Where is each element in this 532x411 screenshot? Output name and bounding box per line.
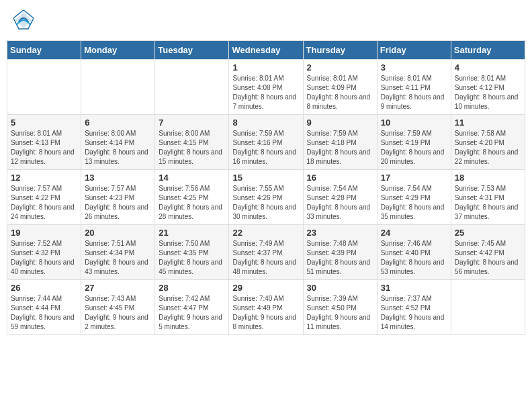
day-info: Sunrise: 7:39 AM Sunset: 4:50 PM Dayligh… <box>307 294 373 332</box>
day-info: Sunrise: 7:57 AM Sunset: 4:22 PM Dayligh… <box>11 184 77 222</box>
day-info: Sunrise: 7:50 AM Sunset: 4:35 PM Dayligh… <box>159 239 225 277</box>
day-number: 19 <box>11 228 77 238</box>
day-cell: 12Sunrise: 7:57 AM Sunset: 4:22 PM Dayli… <box>7 170 81 225</box>
day-cell: 11Sunrise: 7:58 AM Sunset: 4:20 PM Dayli… <box>451 115 525 170</box>
logo <box>13 10 36 30</box>
day-number: 13 <box>85 173 151 183</box>
day-cell: 28Sunrise: 7:42 AM Sunset: 4:47 PM Dayli… <box>155 280 229 335</box>
day-cell: 26Sunrise: 7:44 AM Sunset: 4:44 PM Dayli… <box>7 280 81 335</box>
day-number: 26 <box>11 283 77 293</box>
day-number: 27 <box>85 283 151 293</box>
day-cell: 20Sunrise: 7:51 AM Sunset: 4:34 PM Dayli… <box>81 225 155 280</box>
day-info: Sunrise: 7:54 AM Sunset: 4:28 PM Dayligh… <box>307 184 373 222</box>
day-info: Sunrise: 8:01 AM Sunset: 4:11 PM Dayligh… <box>381 74 447 111</box>
day-number: 7 <box>159 118 225 128</box>
day-number: 21 <box>159 228 225 238</box>
day-info: Sunrise: 7:55 AM Sunset: 4:26 PM Dayligh… <box>232 184 299 222</box>
day-cell: 13Sunrise: 7:57 AM Sunset: 4:23 PM Dayli… <box>81 170 155 225</box>
day-cell: 1Sunrise: 8:01 AM Sunset: 4:08 PM Daylig… <box>229 60 303 115</box>
day-info: Sunrise: 8:00 AM Sunset: 4:15 PM Dayligh… <box>159 129 225 167</box>
day-cell: 7Sunrise: 8:00 AM Sunset: 4:15 PM Daylig… <box>155 115 229 170</box>
day-info: Sunrise: 7:56 AM Sunset: 4:25 PM Dayligh… <box>159 184 225 222</box>
day-number: 16 <box>307 173 373 183</box>
day-cell: 15Sunrise: 7:55 AM Sunset: 4:26 PM Dayli… <box>229 170 303 225</box>
day-info: Sunrise: 7:59 AM Sunset: 4:16 PM Dayligh… <box>232 129 299 167</box>
day-cell: 9Sunrise: 7:59 AM Sunset: 4:18 PM Daylig… <box>303 115 377 170</box>
weekday-header-tuesday: Tuesday <box>155 41 229 60</box>
day-number: 25 <box>455 228 521 238</box>
day-info: Sunrise: 7:48 AM Sunset: 4:39 PM Dayligh… <box>307 239 373 277</box>
day-cell: 31Sunrise: 7:37 AM Sunset: 4:52 PM Dayli… <box>377 280 451 335</box>
day-number: 9 <box>307 118 373 128</box>
day-number: 30 <box>307 283 373 293</box>
weekday-header-friday: Friday <box>377 41 451 60</box>
day-info: Sunrise: 8:01 AM Sunset: 4:13 PM Dayligh… <box>11 129 77 167</box>
day-cell: 25Sunrise: 7:45 AM Sunset: 4:42 PM Dayli… <box>451 225 525 280</box>
day-number: 28 <box>159 283 225 293</box>
weekday-header-monday: Monday <box>81 41 155 60</box>
day-number: 12 <box>11 173 77 183</box>
day-number: 17 <box>381 173 447 183</box>
day-info: Sunrise: 7:51 AM Sunset: 4:34 PM Dayligh… <box>85 239 151 277</box>
week-row-4: 19Sunrise: 7:52 AM Sunset: 4:32 PM Dayli… <box>7 225 525 280</box>
day-number: 18 <box>455 173 521 183</box>
calendar-table: SundayMondayTuesdayWednesdayThursdayFrid… <box>7 40 525 335</box>
day-cell: 2Sunrise: 8:01 AM Sunset: 4:09 PM Daylig… <box>303 60 377 115</box>
day-cell: 23Sunrise: 7:48 AM Sunset: 4:39 PM Dayli… <box>303 225 377 280</box>
day-cell: 29Sunrise: 7:40 AM Sunset: 4:49 PM Dayli… <box>229 280 303 335</box>
day-cell: 5Sunrise: 8:01 AM Sunset: 4:13 PM Daylig… <box>7 115 81 170</box>
day-cell: 10Sunrise: 7:59 AM Sunset: 4:19 PM Dayli… <box>377 115 451 170</box>
day-number: 4 <box>455 62 521 73</box>
day-number: 15 <box>232 173 299 183</box>
day-cell <box>451 280 525 335</box>
day-info: Sunrise: 7:59 AM Sunset: 4:19 PM Dayligh… <box>381 129 447 167</box>
day-info: Sunrise: 7:53 AM Sunset: 4:31 PM Dayligh… <box>455 184 521 222</box>
day-info: Sunrise: 7:59 AM Sunset: 4:18 PM Dayligh… <box>307 129 373 167</box>
weekday-header-wednesday: Wednesday <box>229 41 303 60</box>
day-number: 6 <box>85 118 151 128</box>
day-cell: 3Sunrise: 8:01 AM Sunset: 4:11 PM Daylig… <box>377 60 451 115</box>
day-info: Sunrise: 8:01 AM Sunset: 4:09 PM Dayligh… <box>307 74 373 111</box>
day-cell <box>155 60 229 115</box>
day-number: 8 <box>232 118 299 128</box>
day-info: Sunrise: 7:44 AM Sunset: 4:44 PM Dayligh… <box>11 294 77 332</box>
day-cell <box>81 60 155 115</box>
day-info: Sunrise: 7:40 AM Sunset: 4:49 PM Dayligh… <box>232 294 299 332</box>
week-row-5: 26Sunrise: 7:44 AM Sunset: 4:44 PM Dayli… <box>7 280 525 335</box>
day-info: Sunrise: 7:58 AM Sunset: 4:20 PM Dayligh… <box>455 129 521 167</box>
page-header <box>7 7 525 34</box>
day-cell: 4Sunrise: 8:01 AM Sunset: 4:12 PM Daylig… <box>451 60 525 115</box>
day-info: Sunrise: 7:45 AM Sunset: 4:42 PM Dayligh… <box>455 239 521 277</box>
day-number: 22 <box>232 228 299 238</box>
day-cell: 14Sunrise: 7:56 AM Sunset: 4:25 PM Dayli… <box>155 170 229 225</box>
day-number: 23 <box>307 228 373 238</box>
day-number: 24 <box>381 228 447 238</box>
day-cell: 18Sunrise: 7:53 AM Sunset: 4:31 PM Dayli… <box>451 170 525 225</box>
day-number: 3 <box>381 62 447 73</box>
day-cell: 27Sunrise: 7:43 AM Sunset: 4:45 PM Dayli… <box>81 280 155 335</box>
week-row-1: 1Sunrise: 8:01 AM Sunset: 4:08 PM Daylig… <box>7 60 525 115</box>
weekday-header-sunday: Sunday <box>7 41 81 60</box>
day-number: 20 <box>85 228 151 238</box>
day-cell: 30Sunrise: 7:39 AM Sunset: 4:50 PM Dayli… <box>303 280 377 335</box>
day-info: Sunrise: 7:54 AM Sunset: 4:29 PM Dayligh… <box>381 184 447 222</box>
day-number: 31 <box>381 283 447 293</box>
weekday-header-row: SundayMondayTuesdayWednesdayThursdayFrid… <box>7 41 525 60</box>
weekday-header-thursday: Thursday <box>303 41 377 60</box>
day-number: 1 <box>232 62 299 73</box>
day-info: Sunrise: 7:49 AM Sunset: 4:37 PM Dayligh… <box>232 239 299 277</box>
day-cell: 8Sunrise: 7:59 AM Sunset: 4:16 PM Daylig… <box>229 115 303 170</box>
day-info: Sunrise: 8:01 AM Sunset: 4:08 PM Dayligh… <box>232 74 299 111</box>
day-info: Sunrise: 7:52 AM Sunset: 4:32 PM Dayligh… <box>11 239 77 277</box>
day-cell: 16Sunrise: 7:54 AM Sunset: 4:28 PM Dayli… <box>303 170 377 225</box>
day-info: Sunrise: 7:46 AM Sunset: 4:40 PM Dayligh… <box>381 239 447 277</box>
day-cell: 6Sunrise: 8:00 AM Sunset: 4:14 PM Daylig… <box>81 115 155 170</box>
day-info: Sunrise: 8:01 AM Sunset: 4:12 PM Dayligh… <box>455 74 521 111</box>
day-cell: 21Sunrise: 7:50 AM Sunset: 4:35 PM Dayli… <box>155 225 229 280</box>
day-info: Sunrise: 7:43 AM Sunset: 4:45 PM Dayligh… <box>85 294 151 332</box>
logo-icon <box>13 10 34 30</box>
day-number: 29 <box>232 283 299 293</box>
day-cell: 24Sunrise: 7:46 AM Sunset: 4:40 PM Dayli… <box>377 225 451 280</box>
day-cell: 19Sunrise: 7:52 AM Sunset: 4:32 PM Dayli… <box>7 225 81 280</box>
day-cell: 17Sunrise: 7:54 AM Sunset: 4:29 PM Dayli… <box>377 170 451 225</box>
